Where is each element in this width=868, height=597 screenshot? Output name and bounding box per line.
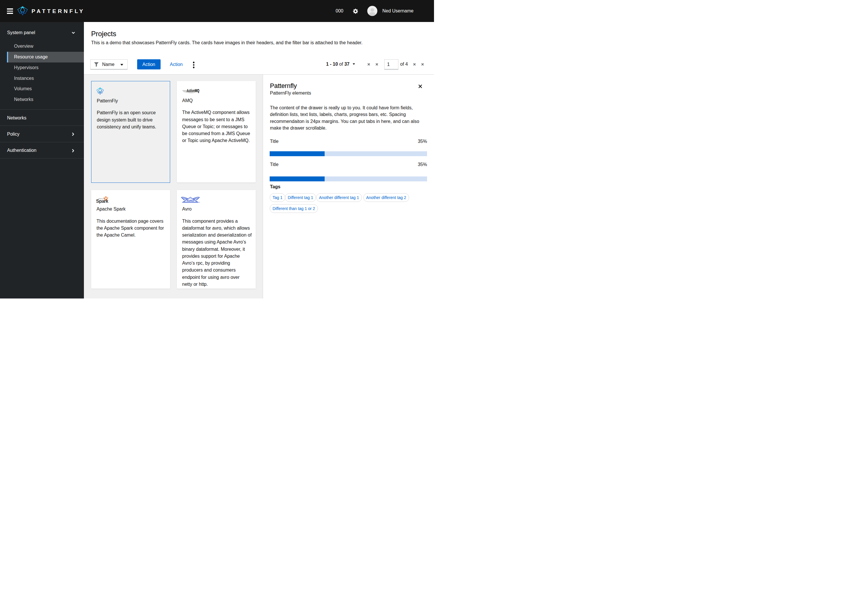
- svg-text:TM: TM: [199, 202, 200, 203]
- svg-text:AVRO: AVRO: [187, 199, 194, 202]
